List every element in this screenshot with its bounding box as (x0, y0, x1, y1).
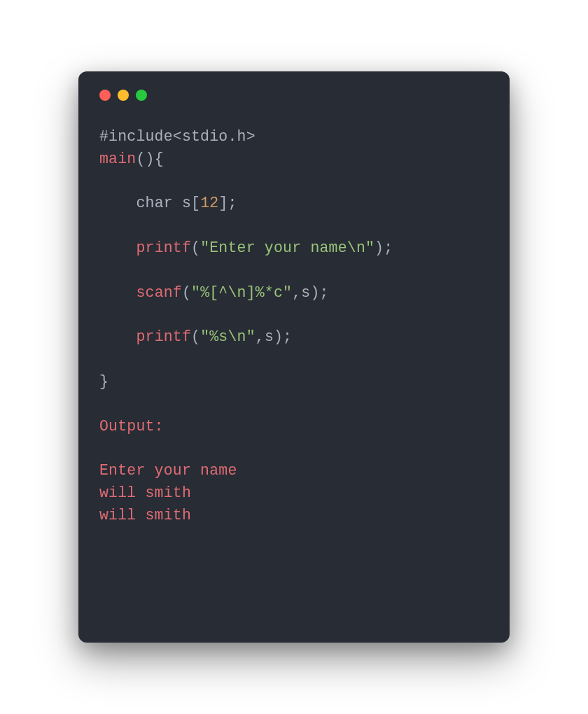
minimize-icon[interactable] (118, 90, 129, 101)
token-main: main (99, 150, 136, 167)
token-indent (99, 284, 136, 301)
token-paren-close: ); (274, 328, 292, 345)
token-indent (99, 328, 136, 345)
output-line: will smith (99, 484, 191, 501)
code-block: #include<stdio.h> main(){ char s[12]; pr… (99, 126, 489, 527)
token-scanf: scanf (136, 284, 182, 301)
token-string: "%[^\n]%*c" (191, 284, 292, 301)
token-var: s[ (173, 195, 200, 211)
token-num: 12 (200, 195, 218, 211)
token-string: "Enter your name\n" (200, 239, 374, 256)
token-indent (99, 195, 136, 211)
token-printf: printf (136, 328, 191, 345)
code-window: #include<stdio.h> main(){ char s[12]; pr… (78, 71, 510, 643)
token-punct: ]; (218, 195, 237, 211)
maximize-icon[interactable] (136, 90, 147, 101)
output-label: Output: (99, 418, 164, 435)
token-paren-open: ( (191, 239, 200, 256)
traffic-lights (99, 90, 489, 101)
token-char: char (136, 195, 172, 211)
output-line: Enter your name (99, 462, 237, 479)
token-paren-close: ); (310, 284, 328, 301)
token-paren-open: ( (182, 284, 191, 301)
token-brace: } (99, 373, 108, 390)
token-punct: (){ (136, 150, 163, 167)
code-line-1: #include<stdio.h> (99, 128, 255, 145)
token-printf: printf (136, 239, 191, 256)
token-indent (99, 239, 136, 256)
token-arg: ,s (292, 284, 310, 301)
output-line: will smith (99, 507, 191, 524)
close-icon[interactable] (99, 90, 111, 101)
token-paren-open: ( (191, 328, 200, 345)
token-paren-close: ); (374, 239, 393, 256)
token-string: "%s\n" (200, 328, 255, 345)
token-arg: ,s (255, 328, 274, 345)
